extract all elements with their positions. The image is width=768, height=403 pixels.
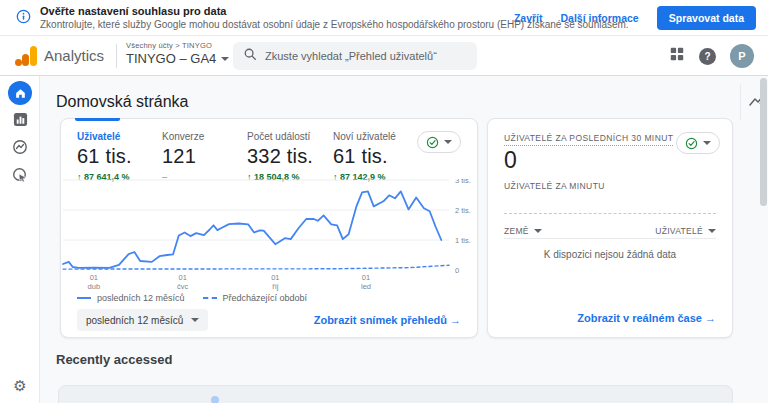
- svg-text:01: 01: [178, 273, 186, 282]
- consent-banner: Ověřte nastavení souhlasu pro data Zkont…: [0, 0, 768, 36]
- svg-text:dub: dub: [88, 282, 101, 291]
- recent-item-icon: [211, 396, 219, 403]
- svg-text:1 tis.: 1 tis.: [455, 236, 471, 245]
- metric-conversions[interactable]: Konverze 121 –: [162, 131, 204, 182]
- home-icon: [8, 81, 32, 105]
- data-quality-dropdown[interactable]: [417, 131, 461, 153]
- chevron-down-icon: [191, 318, 199, 322]
- app-header: Analytics Všechny účty > TINYGO TINYGO –…: [0, 36, 768, 76]
- metric-users[interactable]: Uživatelé 61 tis. ↑ 87 641,4 %: [77, 131, 132, 182]
- product-name: Analytics: [44, 47, 104, 64]
- help-icon[interactable]: ?: [699, 48, 716, 65]
- legend-previous-period: Předcházející období: [203, 293, 308, 303]
- property-name: TINYGO – GA4: [126, 51, 216, 66]
- admin-gear-icon[interactable]: ⚙: [0, 377, 40, 395]
- reports-snapshot-link[interactable]: Zobrazit snímek přehledů →: [314, 314, 461, 326]
- explore-icon: [12, 139, 28, 159]
- active-metric-tab-indicator: [75, 118, 120, 121]
- info-icon: [16, 9, 31, 28]
- main-content: Domovská stránka Uživatelé 61 tis. ↑ 87 …: [40, 76, 768, 403]
- svg-text:0: 0: [455, 266, 459, 275]
- analytics-logo-icon: [14, 45, 38, 67]
- svg-text:2 tis.: 2 tis.: [455, 206, 471, 215]
- chevron-down-icon: [708, 229, 716, 233]
- svg-text:říj: říj: [272, 282, 279, 291]
- banner-close-button[interactable]: Zavřít: [514, 12, 543, 24]
- sidebar-item-home[interactable]: [0, 79, 40, 107]
- svg-text:čvc: čvc: [177, 282, 189, 291]
- realtime-users-value: 0: [504, 147, 517, 174]
- realtime-table-header: ZEMĚ UŽIVATELÉ: [504, 223, 716, 239]
- chevron-down-icon: [221, 57, 229, 61]
- users-per-minute-label: UŽIVATELÉ ZA MINUTU: [504, 181, 605, 191]
- recently-accessed-title: Recently accessed: [56, 352, 172, 367]
- chevron-down-icon: [444, 140, 452, 144]
- users-chart: 3 tis.2 tis.1 tis.001dub01čvc01říj01led: [61, 179, 479, 293]
- chart-legend: posledních 12 měsíců Předcházející obdob…: [77, 293, 307, 303]
- users-column-header[interactable]: UŽIVATELÉ: [655, 223, 716, 238]
- search-icon: [243, 47, 257, 65]
- home-overview-card: Uživatelé 61 tis. ↑ 87 641,4 % Konverze …: [60, 118, 478, 338]
- realtime-title[interactable]: UŽIVATELÉ ZA POSLEDNÍCH 30 MINUT: [504, 133, 673, 146]
- country-column-header[interactable]: ZEMĚ: [504, 223, 542, 238]
- banner-learn-more-link[interactable]: Další informace: [561, 12, 639, 24]
- sidebar-item-reports[interactable]: [0, 107, 40, 135]
- left-navigation: ⚙: [0, 76, 40, 403]
- chevron-down-icon: [534, 229, 542, 233]
- account-breadcrumb: Všechny účty > TINYGO: [126, 41, 229, 50]
- legend-current-period: posledních 12 měsíců: [77, 293, 185, 303]
- sidebar-item-advertising[interactable]: [0, 163, 40, 191]
- recently-accessed-card[interactable]: [58, 385, 733, 403]
- bar-chart-icon: [13, 112, 28, 131]
- account-switcher[interactable]: Všechny účty > TINYGO TINYGO – GA4: [126, 41, 229, 66]
- apps-grid-icon[interactable]: [669, 46, 685, 66]
- header-divider: [116, 44, 117, 68]
- realtime-card: UŽIVATELÉ ZA POSLEDNÍCH 30 MINUT 0 UŽIVA…: [487, 118, 733, 338]
- metric-new-users[interactable]: Noví uživatelé 61 tis. ↑ 87 142,9 %: [333, 131, 396, 182]
- svg-text:led: led: [361, 282, 371, 291]
- chevron-down-icon: [703, 141, 711, 145]
- view-realtime-link[interactable]: Zobrazit v reálném čase →: [577, 312, 716, 324]
- no-data-message: K dispozici nejsou žádná data: [488, 249, 732, 260]
- search-input[interactable]: [265, 50, 467, 62]
- metric-event-count[interactable]: Počet událostí 332 tis. ↑ 18 504,8 %: [247, 131, 313, 182]
- banner-title: Ověřte nastavení souhlasu pro data: [40, 5, 226, 17]
- data-quality-dropdown[interactable]: [676, 132, 720, 154]
- insights-divider: [740, 84, 741, 120]
- svg-text:3 tis.: 3 tis.: [455, 179, 471, 185]
- svg-text:01: 01: [90, 273, 98, 282]
- manage-data-button[interactable]: Spravovat data: [657, 6, 756, 30]
- avatar[interactable]: P: [730, 44, 754, 68]
- solid-line-swatch: [77, 297, 91, 299]
- svg-text:01: 01: [271, 273, 279, 282]
- check-circle-icon: [426, 136, 439, 149]
- sidebar-item-explore[interactable]: [0, 135, 40, 163]
- page-scrollbar[interactable]: [760, 78, 767, 206]
- search-bar[interactable]: [233, 42, 477, 70]
- dashed-line-swatch: [203, 297, 217, 299]
- svg-text:01: 01: [362, 273, 370, 282]
- page-title: Domovská stránka: [56, 93, 189, 111]
- check-circle-icon: [685, 137, 698, 150]
- advertising-icon: [12, 167, 28, 187]
- per-minute-baseline: [504, 213, 716, 214]
- date-range-dropdown[interactable]: posledních 12 měsíců: [77, 309, 208, 331]
